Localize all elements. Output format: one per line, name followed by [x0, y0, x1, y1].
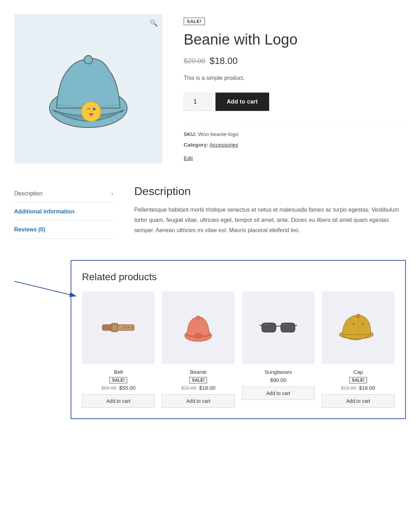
add-to-cart-button[interactable]: Add to cart — [215, 93, 269, 111]
tab-content-area: Description Pellentesque habitant morbi … — [134, 185, 406, 239]
beanie-price-original: $20.00 — [181, 385, 196, 391]
product-card-belt-name: Belt — [114, 369, 123, 375]
edit-link[interactable]: Edit — [184, 153, 406, 164]
related-section: Related products — [71, 260, 406, 419]
product-card-beanie-sale: SALE! — [189, 377, 207, 383]
price-container: $20.00 $18.00 — [184, 55, 406, 66]
svg-point-25 — [353, 323, 355, 325]
chevron-icon: › — [111, 191, 113, 196]
svg-point-13 — [124, 327, 125, 328]
product-image-container: 🔍 — [14, 14, 162, 164]
sale-badge: SALE! — [184, 18, 205, 25]
svg-point-1 — [84, 55, 93, 64]
category-row: Category: Accessories — [184, 140, 406, 150]
category-label: Category: — [184, 142, 208, 148]
svg-line-21 — [260, 325, 262, 326]
product-title: Beanie with Logo — [184, 31, 406, 48]
product-section: 🔍 — [14, 7, 406, 164]
cap-svg — [339, 312, 378, 343]
product-card-cap-name: Cap — [353, 369, 363, 375]
arrow-svg — [11, 278, 81, 299]
cap-add-to-cart-button[interactable]: Add to cart — [322, 394, 395, 408]
product-card-cap-price: $18.00 $16.00 — [341, 385, 375, 391]
category-link[interactable]: Accessories — [209, 142, 238, 148]
svg-point-4 — [94, 108, 95, 109]
belt-price-original: $65.00 — [101, 385, 117, 391]
sunglasses-svg — [259, 315, 298, 340]
product-card-beanie-price: $20.00 $18.00 — [181, 385, 215, 391]
product-card-belt-image[interactable] — [82, 291, 155, 364]
product-card-belt-sale: SALE! — [110, 377, 127, 383]
beanie-small-svg — [181, 312, 216, 343]
belt-add-to-cart-button[interactable]: Add to cart — [82, 394, 155, 408]
product-image — [39, 39, 138, 138]
price-original: $20.00 — [184, 57, 205, 65]
belt-price-current: $55.00 — [119, 385, 136, 391]
price-current: $18.00 — [209, 55, 238, 66]
belt-svg — [101, 313, 136, 342]
product-card-cap: Cap SALE! $18.00 $16.00 Add to cart — [322, 291, 395, 408]
product-card-beanie-image[interactable] — [162, 291, 235, 364]
product-card-cap-sale: SALE! — [349, 377, 367, 383]
tab-additional-info-label: Additional information — [14, 208, 75, 215]
beanie-price-current: $18.00 — [199, 385, 215, 391]
tab-additional-info[interactable]: Additional information — [14, 203, 113, 221]
svg-point-26 — [362, 323, 364, 325]
svg-point-15 — [131, 327, 132, 328]
related-products-title: Related products — [82, 271, 395, 283]
product-card-belt-price: $65.00 $55.00 — [101, 385, 136, 391]
svg-point-17 — [196, 316, 200, 319]
tab-description-label: Description — [14, 190, 42, 197]
product-description: This is a simple product. — [184, 73, 406, 83]
product-card-sunglasses-price: $90.00 — [270, 377, 286, 383]
beanie-add-to-cart-button[interactable]: Add to cart — [162, 394, 235, 408]
cap-price-original: $18.00 — [341, 385, 356, 391]
tabs-sidebar: Description › Additional information Rev… — [14, 185, 113, 239]
tabs-section: Description › Additional information Rev… — [14, 185, 406, 239]
sku-label: SKU: — [184, 131, 197, 137]
cap-price-current: $16.00 — [359, 385, 375, 391]
sku-row: SKU: Woo-beanie-logo — [184, 129, 406, 140]
product-card-belt: Belt SALE! $65.00 $55.00 Add to cart — [82, 291, 155, 408]
arrow-indicator — [11, 278, 81, 299]
product-meta: SKU: Woo-beanie-logo Category: Accessori… — [184, 122, 406, 164]
tab-content-text: Pellentesque habitant morbi tristique se… — [134, 205, 406, 235]
tab-content-title: Description — [134, 185, 406, 198]
svg-line-7 — [14, 281, 76, 296]
zoom-icon[interactable]: 🔍 — [150, 19, 158, 27]
svg-rect-20 — [281, 323, 295, 332]
product-card-sunglasses-image[interactable] — [242, 291, 315, 364]
svg-point-14 — [128, 327, 129, 328]
svg-rect-18 — [195, 334, 201, 338]
product-info: SALE! Beanie with Logo $20.00 $18.00 Thi… — [184, 14, 406, 164]
product-card-beanie: Beanie SALE! $20.00 $18.00 Add to cart — [162, 291, 235, 408]
tab-description[interactable]: Description › — [14, 185, 113, 203]
sunglasses-price: $90.00 — [270, 377, 286, 383]
svg-point-3 — [93, 107, 96, 110]
tab-reviews-label: Reviews (0) — [14, 226, 45, 233]
sunglasses-add-to-cart-button[interactable]: Add to cart — [242, 387, 315, 400]
svg-rect-19 — [262, 323, 276, 332]
tab-reviews[interactable]: Reviews (0) — [14, 221, 113, 239]
quantity-input[interactable] — [184, 93, 212, 111]
product-card-sunglasses: Sunglasses $90.00 Add to cart — [242, 291, 315, 408]
sku-value: Woo-beanie-logo — [198, 131, 238, 137]
product-card-sunglasses-name: Sunglasses — [265, 369, 292, 375]
product-card-cap-image[interactable] — [322, 291, 395, 364]
add-to-cart-row: Add to cart — [184, 93, 406, 111]
related-products-grid: Belt SALE! $65.00 $55.00 Add to cart — [82, 291, 395, 408]
related-section-wrapper: Related products — [14, 260, 406, 419]
svg-point-5 — [91, 111, 92, 112]
svg-line-22 — [295, 325, 297, 326]
product-card-beanie-name: Beanie — [190, 369, 207, 375]
